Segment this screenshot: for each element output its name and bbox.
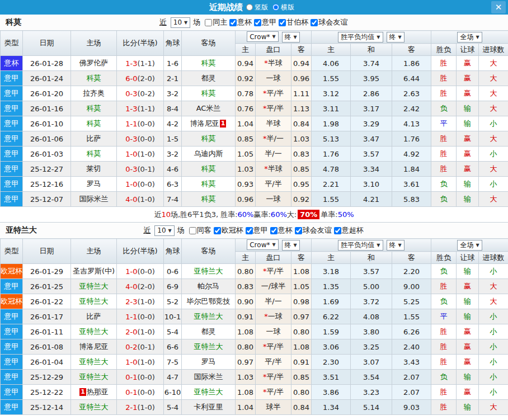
- league-type-badge: 意甲: [1, 71, 23, 86]
- league-filter-1[interactable]: 意甲: [253, 17, 276, 27]
- match-row: 意甲25-12-16罗马1-0(0-0)6-3科莫0.93平/半0.952.21…: [1, 177, 508, 192]
- league-filter-2-label: 甘伯杯: [286, 17, 308, 27]
- match-date: 25-12-07: [23, 192, 71, 207]
- fulltime-score: 0-2: [125, 343, 137, 351]
- league-filter-2-checkbox[interactable]: [270, 227, 277, 234]
- euro-draw-odds: 3.80: [351, 324, 392, 339]
- handicap-time-select[interactable]: 终▼: [282, 240, 300, 251]
- corner-score: 4-7: [164, 370, 182, 385]
- league-filter-4-checkbox[interactable]: [334, 227, 341, 234]
- league-type-badge: 意甲: [1, 279, 23, 294]
- halftime-score: (0-1): [137, 343, 154, 351]
- league-filter-0[interactable]: 意杯: [228, 17, 252, 27]
- handicap-line: *平/半: [256, 86, 291, 101]
- corner-score: 5-4: [164, 324, 182, 339]
- result-winlose: 平: [431, 309, 457, 324]
- away-team: 乌迪内斯: [182, 147, 236, 162]
- euro-away-odds: 1.84: [392, 162, 431, 177]
- bookmaker-select[interactable]: Crow*▼: [247, 239, 278, 250]
- score: 1-3(1-1): [117, 56, 164, 71]
- handicap-away-odds: 0.95: [291, 177, 312, 192]
- sub-column-header: 胜负: [431, 44, 457, 56]
- match-date: 25-12-16: [23, 177, 71, 192]
- result-goals: 小: [479, 324, 508, 339]
- result-winlose: 胜: [431, 324, 457, 339]
- match-date: 26-01-22: [23, 294, 71, 309]
- layout-horizontal-option[interactable]: 横版: [272, 3, 294, 12]
- result-winlose: 胜: [431, 279, 457, 294]
- team-name: 国际米兰: [79, 195, 109, 203]
- summary-segment: 60%: [238, 210, 254, 219]
- result-goals: 大: [479, 192, 508, 207]
- result-goals: 大: [479, 279, 508, 294]
- column-header: 比分(半场): [117, 239, 164, 264]
- league-filter-4[interactable]: 意超杯: [333, 225, 364, 235]
- result-goals: 小: [479, 355, 508, 370]
- league-filter-2[interactable]: 甘伯杯: [277, 17, 308, 27]
- halftime-score: (0-0): [137, 135, 154, 143]
- euro-away-odds: 4.13: [392, 116, 431, 131]
- score: 0-2(0-1): [117, 339, 164, 355]
- euro-draw-odds: 3.07: [351, 355, 392, 370]
- fulltime-score: 0-1: [125, 373, 137, 381]
- layout-vertical-option[interactable]: 竖版: [246, 3, 268, 12]
- column-header: 类型: [1, 239, 23, 264]
- same-venue-filter-checkbox[interactable]: [205, 19, 212, 26]
- corner-score: 5-4: [164, 400, 182, 415]
- handicap-time-select[interactable]: 终▼: [282, 32, 300, 43]
- league-filter-0[interactable]: 欧冠杯: [213, 225, 243, 235]
- result-handicap: 输: [457, 116, 479, 131]
- euro-away-odds: 3.43: [392, 355, 431, 370]
- euro-away-odds: 2.07: [392, 370, 431, 385]
- league-filter-3[interactable]: 球会友谊: [294, 225, 332, 235]
- same-venue-filter-checkbox[interactable]: [189, 227, 196, 234]
- league-filter-3-checkbox[interactable]: [295, 227, 302, 234]
- vertical-radio[interactable]: [246, 4, 253, 11]
- euro-away-odds: 2.07: [392, 385, 431, 400]
- scope-select[interactable]: 全场▼: [457, 240, 482, 251]
- europe-time-select[interactable]: 终▼: [387, 32, 404, 43]
- halftime-score: (1-0): [137, 195, 154, 204]
- league-filter-1-checkbox[interactable]: [254, 19, 261, 26]
- result-winlose: 胜: [431, 86, 457, 101]
- handicap-home-odds: 0.94: [236, 56, 256, 71]
- team-title: 亚特兰大: [6, 225, 37, 235]
- euro-home-odds: 4.06: [312, 56, 351, 71]
- column-header: 主场: [71, 31, 117, 56]
- league-filter-2[interactable]: 意杯: [269, 225, 293, 235]
- recent-count-select[interactable]: 10▼: [171, 17, 190, 28]
- handicap-away-odds: 0.91: [291, 355, 312, 370]
- league-filter-0-checkbox[interactable]: [229, 19, 237, 26]
- handicap-line: 一球: [256, 324, 291, 339]
- europe-avg-select[interactable]: 胜平负均值▼: [338, 240, 383, 251]
- match-date: 26-01-06: [23, 131, 71, 147]
- europe-avg-select[interactable]: 胜平负均值▼: [338, 32, 383, 43]
- result-winlose: 胜: [431, 385, 457, 400]
- league-filter-1-checkbox[interactable]: [246, 227, 253, 234]
- scope-select[interactable]: 全场▼: [457, 32, 482, 43]
- euro-draw-odds: 3.34: [351, 162, 392, 177]
- handicap-away-odds: 0.97: [291, 309, 312, 324]
- halftime-score: (1-0): [137, 298, 154, 306]
- league-filter-0-checkbox[interactable]: [214, 227, 221, 234]
- handicap-line: 平/半: [256, 177, 291, 192]
- same-venue-filter[interactable]: 同主: [204, 17, 227, 27]
- league-filter-2-checkbox[interactable]: [279, 19, 286, 26]
- bookmaker-select[interactable]: Crow*▼: [247, 31, 278, 42]
- score: 1-0(1-0): [117, 147, 164, 162]
- recent-label: 近: [143, 225, 150, 235]
- euro-away-odds: 6.26: [392, 324, 431, 339]
- same-venue-filter[interactable]: 同客: [188, 225, 211, 235]
- close-button[interactable]: ✕: [491, 1, 506, 13]
- league-filter-1[interactable]: 意甲: [244, 225, 268, 235]
- recent-count-select[interactable]: 10▼: [154, 225, 174, 236]
- corner-score: 1-6: [164, 56, 182, 71]
- handicap-away-odds: 0.96: [291, 71, 312, 86]
- team-name: 亚特兰大: [79, 282, 109, 290]
- euro-home-odds: 3.12: [312, 86, 351, 101]
- result-handicap: 输: [457, 192, 479, 207]
- horizontal-radio[interactable]: [272, 4, 279, 11]
- league-filter-3-checkbox[interactable]: [311, 19, 318, 26]
- league-filter-3[interactable]: 球会友谊: [309, 17, 347, 27]
- europe-time-select[interactable]: 终▼: [387, 240, 404, 251]
